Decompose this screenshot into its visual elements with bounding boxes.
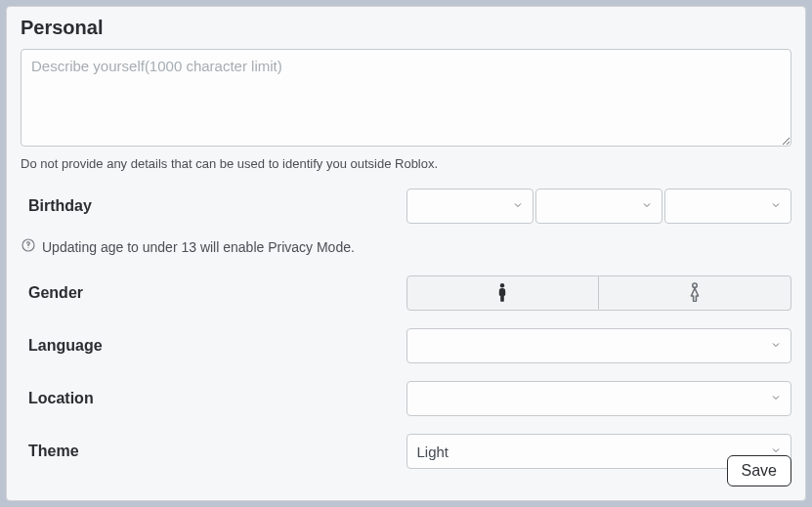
- section-title: Personal: [21, 17, 791, 39]
- personal-settings-panel: Personal Do not provide any details that…: [6, 6, 806, 501]
- svg-point-3: [500, 283, 504, 287]
- gender-female-button[interactable]: [599, 275, 791, 311]
- male-icon: [494, 282, 510, 305]
- privacy-warning-text: Do not provide any details that can be u…: [21, 156, 791, 171]
- birthday-label: Birthday: [21, 197, 406, 215]
- birthday-note: Updating age to under 13 will enable Pri…: [21, 237, 791, 256]
- location-label: Location: [21, 390, 406, 407]
- birthday-note-text: Updating age to under 13 will enable Pri…: [42, 239, 355, 255]
- description-textarea[interactable]: [21, 49, 791, 147]
- language-row: Language: [21, 328, 791, 363]
- birthday-month-select[interactable]: [406, 189, 534, 224]
- gender-row: Gender: [21, 275, 791, 311]
- info-icon: [21, 237, 36, 256]
- theme-label: Theme: [21, 443, 406, 460]
- birthday-row: Birthday: [21, 189, 791, 224]
- birthday-day-select[interactable]: [535, 189, 662, 224]
- female-icon: [687, 282, 703, 305]
- svg-point-4: [693, 283, 697, 287]
- birthday-year-select[interactable]: [664, 189, 791, 224]
- gender-label: Gender: [21, 284, 406, 302]
- gender-male-button[interactable]: [406, 275, 600, 311]
- theme-row: Theme Light: [21, 434, 791, 469]
- save-button[interactable]: Save: [727, 455, 791, 486]
- language-select[interactable]: [406, 328, 792, 363]
- location-select[interactable]: [406, 381, 792, 416]
- location-row: Location: [21, 381, 791, 416]
- language-label: Language: [21, 337, 406, 355]
- svg-point-2: [27, 247, 28, 248]
